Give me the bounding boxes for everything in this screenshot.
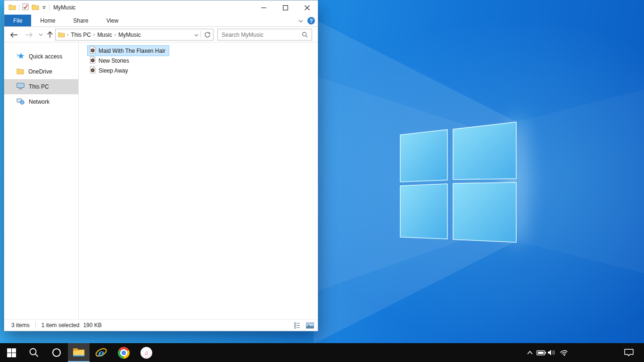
internet-explorer-icon[interactable]: e <box>90 343 112 362</box>
music-note-glyph: ♫ <box>144 349 149 356</box>
quick-access-star-icon <box>17 52 25 61</box>
sidebar-item-label: Quick access <box>29 53 62 60</box>
window-controls <box>253 0 318 15</box>
quick-access-toolbar <box>4 3 50 12</box>
sidebar-item-this-pc[interactable]: This PC <box>4 79 78 94</box>
search-icon[interactable] <box>23 343 45 362</box>
audio-file-icon <box>89 56 96 65</box>
start-button[interactable] <box>0 343 23 362</box>
refresh-icon[interactable] <box>203 32 212 38</box>
file-item[interactable]: Sleep Away <box>87 65 132 76</box>
magnifier-icon[interactable] <box>302 32 312 38</box>
taskbar: e ♫ <box>0 343 644 362</box>
file-row: Maid With The Flaxen Hair <box>87 46 318 56</box>
navigation-bar: › This PC › Music › MyMusic <box>4 27 318 42</box>
item-count: 3 items <box>11 322 30 329</box>
address-divider <box>200 31 201 39</box>
volume-icon[interactable] <box>546 343 557 362</box>
maximize-button[interactable] <box>274 0 296 15</box>
back-icon[interactable] <box>7 27 20 42</box>
search-input[interactable] <box>218 32 302 38</box>
network-icon <box>17 98 25 106</box>
selection-count: 1 item selected <box>41 322 80 329</box>
taskbar-file-explorer-icon[interactable] <box>68 343 90 362</box>
selection-size: 190 KB <box>83 322 101 329</box>
chrome-icon[interactable] <box>112 343 135 362</box>
tab-file[interactable]: File <box>4 15 31 26</box>
this-pc-monitor-icon <box>17 82 25 91</box>
cortana-icon[interactable] <box>45 343 68 362</box>
file-name: Sleep Away <box>99 67 128 74</box>
breadcrumb-music[interactable]: Music <box>95 32 114 38</box>
audio-file-icon <box>89 66 96 75</box>
folder-window-icon <box>8 4 16 12</box>
tab-home[interactable]: Home <box>31 15 64 26</box>
tab-share[interactable]: Share <box>64 15 97 26</box>
properties-icon[interactable] <box>22 3 29 12</box>
file-list: Maid With The Flaxen Hair New Stories Sl… <box>79 42 318 320</box>
new-folder-icon[interactable] <box>32 4 39 12</box>
address-bar[interactable]: › This PC › Music › MyMusic <box>55 29 214 41</box>
sidebar-item-network[interactable]: Network <box>4 94 78 109</box>
details-view-icon[interactable] <box>293 321 302 329</box>
tab-view[interactable]: View <box>97 15 127 26</box>
status-bar: 3 items 1 item selected 190 KB <box>4 319 318 331</box>
toolbar-separator <box>49 4 50 11</box>
sidebar-item-label: OneDrive <box>28 68 52 75</box>
file-item-selected[interactable]: Maid With The Flaxen Hair <box>87 45 169 56</box>
navigation-pane: Quick access OneDrive This PC Network <box>4 42 79 320</box>
ribbon-tabstrip: File Home Share View ? <box>4 15 318 27</box>
search-box <box>217 29 312 41</box>
file-item[interactable]: New Stories <box>87 55 133 66</box>
folder-icon <box>58 32 65 38</box>
expand-ribbon-chevron-icon[interactable] <box>298 17 303 24</box>
itunes-icon[interactable]: ♫ <box>135 343 157 362</box>
breadcrumb-this-pc[interactable]: This PC <box>69 32 93 38</box>
action-center-icon[interactable] <box>623 343 635 362</box>
file-row: New Stories <box>87 56 318 66</box>
show-hidden-icons-chevron[interactable] <box>524 343 536 362</box>
sidebar-item-quick-access[interactable]: Quick access <box>4 49 78 64</box>
toolbar-separator <box>19 4 19 11</box>
minimize-button[interactable] <box>253 0 274 15</box>
large-thumbnails-view-icon[interactable] <box>305 321 314 329</box>
file-name: Maid With The Flaxen Hair <box>99 48 165 54</box>
address-dropdown-chevron-icon[interactable] <box>194 32 198 38</box>
sidebar-item-label: This PC <box>29 83 49 90</box>
sidebar-item-onedrive[interactable]: OneDrive <box>4 64 78 79</box>
window-title: MyMusic <box>53 4 75 11</box>
sidebar-item-label: Network <box>29 99 50 105</box>
close-button[interactable] <box>296 0 318 15</box>
file-name: New Stories <box>99 58 129 64</box>
titlebar[interactable]: MyMusic <box>4 0 318 15</box>
recent-locations-chevron-icon[interactable] <box>36 27 45 42</box>
forward-icon[interactable] <box>22 27 35 42</box>
status-divider <box>35 322 36 329</box>
battery-icon[interactable] <box>536 343 547 362</box>
svg-text:e: e <box>97 347 104 359</box>
up-icon[interactable] <box>45 27 55 42</box>
breadcrumb-mymusic[interactable]: MyMusic <box>116 32 142 38</box>
breadcrumb: › This PC › Music › MyMusic <box>66 32 194 38</box>
audio-file-icon <box>89 46 96 55</box>
help-icon[interactable]: ? <box>307 17 315 25</box>
file-explorer-window: MyMusic File Home Share View ? <box>4 0 318 331</box>
onedrive-folder-icon <box>17 68 24 76</box>
file-row: Sleep Away <box>87 66 318 75</box>
customize-toolbar-chevron-icon[interactable] <box>42 6 46 9</box>
wifi-icon[interactable] <box>558 343 570 362</box>
